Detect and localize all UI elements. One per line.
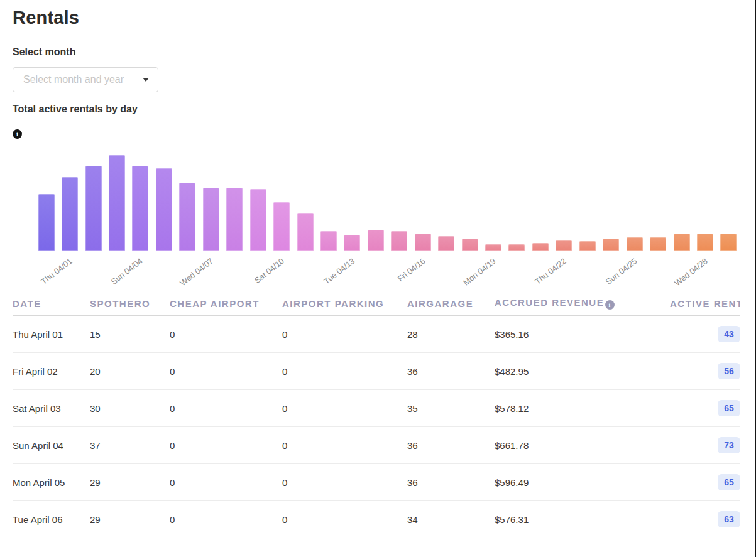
cell-date: Sat April 03 (13, 403, 90, 414)
x-axis-slot: Mon 04/19 (458, 251, 481, 289)
cell-accrued_revenue: $661.78 (495, 440, 670, 451)
chart-bar[interactable] (62, 177, 78, 251)
chart-bar-slot (364, 155, 387, 251)
chart-bar-slot (199, 155, 222, 251)
table-row: Mon April 05290036$596.4965 (13, 464, 740, 501)
info-icon[interactable]: i (13, 129, 22, 139)
chart-bar[interactable] (720, 234, 737, 251)
cell-airport_parking: 0 (282, 514, 407, 525)
column-header-label: AIRGARAGE (407, 298, 473, 309)
rentals-table: DATESPOTHEROCHEAP AIRPORTAIRPORT PARKING… (13, 291, 740, 538)
chart-bar[interactable] (203, 188, 219, 251)
column-header-accrued_revenue: ACCRUED REVENUEi (495, 297, 670, 310)
x-axis-slot (82, 251, 105, 289)
chart-bar[interactable] (603, 239, 619, 251)
cell-airgarage: 28 (407, 329, 495, 340)
chart-bar[interactable] (556, 240, 572, 251)
chart-bar[interactable] (462, 239, 478, 251)
chart-bar[interactable] (579, 241, 596, 251)
x-axis-slot (129, 251, 152, 289)
month-select[interactable]: Select month and year (13, 67, 158, 92)
chart-bar-slot (411, 155, 434, 251)
chart-bar[interactable] (485, 244, 501, 251)
cell-airgarage: 36 (407, 366, 495, 377)
chart-bar-slot (576, 155, 599, 251)
x-axis-slot (223, 251, 246, 289)
chart-bar[interactable] (38, 194, 55, 251)
chart-bar-slot (623, 155, 646, 251)
x-axis-slot: Fri 04/16 (388, 251, 411, 289)
chart-bar[interactable] (627, 237, 643, 251)
chart-bar[interactable] (697, 234, 713, 251)
table-row: Sun April 04370036$661.7873 (13, 427, 740, 464)
cell-date: Tue April 06 (13, 514, 90, 525)
chart-bar[interactable] (650, 237, 666, 251)
x-axis-slot (693, 251, 716, 289)
cell-airgarage: 36 (407, 477, 495, 488)
cell-active_rentals: 65 (670, 400, 740, 416)
cell-accrued_revenue: $576.31 (495, 514, 670, 525)
chart-bar[interactable] (250, 189, 266, 251)
cell-active_rentals: 63 (670, 511, 740, 527)
chart-title: Total active rentals by day (13, 104, 740, 115)
chart-bar[interactable] (109, 155, 125, 251)
x-axis-slot (364, 251, 387, 289)
column-header-label: SPOTHERO (90, 298, 150, 309)
active-rentals-badge[interactable]: 56 (718, 363, 740, 379)
chart-bar[interactable] (438, 236, 454, 251)
chart-bar[interactable] (368, 230, 384, 251)
chart-bar[interactable] (132, 166, 148, 251)
cell-airport_parking: 0 (282, 403, 407, 414)
chart-bar-slot (552, 155, 576, 251)
chart-bar-slot (176, 155, 199, 251)
cell-airport_parking: 0 (282, 477, 407, 488)
chart-bar[interactable] (297, 213, 314, 251)
cell-active_rentals: 65 (670, 474, 740, 490)
chart-bar[interactable] (273, 202, 290, 251)
chart-bar[interactable] (156, 168, 172, 251)
table-row: Sat April 03300035$578.1265 (13, 390, 740, 427)
chart-bar[interactable] (532, 243, 549, 251)
chart-bar[interactable] (391, 231, 407, 251)
chart-bar-slot (129, 155, 152, 251)
table-header-row: DATESPOTHEROCHEAP AIRPORTAIRPORT PARKING… (13, 291, 740, 316)
cell-spothero: 29 (90, 514, 170, 525)
chart-bar-slot (529, 155, 552, 251)
active-rentals-badge[interactable]: 73 (718, 437, 740, 453)
column-header-date: DATE (13, 298, 90, 309)
chart-x-axis: Thu 04/01Sun 04/04Wed 04/07Sat 04/10Tue … (35, 251, 740, 289)
chart-bar-slot (152, 155, 175, 251)
active-rentals-badge[interactable]: 63 (718, 511, 740, 527)
chart-bar[interactable] (344, 235, 360, 251)
x-axis-slot (623, 251, 646, 289)
active-rentals-badge[interactable]: 65 (718, 474, 740, 490)
cell-airport_parking: 0 (282, 329, 407, 340)
chart-bar[interactable] (320, 231, 337, 251)
select-month-label: Select month (13, 46, 740, 58)
active-rentals-badge[interactable]: 65 (718, 400, 740, 416)
chart-bar[interactable] (508, 244, 525, 251)
chart-bar[interactable] (85, 166, 102, 251)
info-icon[interactable]: i (605, 300, 615, 310)
cell-cheap_airport: 0 (170, 403, 282, 414)
cell-active_rentals: 43 (670, 326, 740, 342)
cell-accrued_revenue: $596.49 (495, 477, 670, 488)
table-row: Thu April 01150028$365.1643 (13, 316, 740, 353)
x-axis-slot (717, 251, 740, 289)
chart-bar[interactable] (415, 234, 431, 251)
x-axis-slot (552, 251, 576, 289)
cell-date: Sun April 04 (13, 440, 90, 451)
column-header-cheap_airport: CHEAP AIRPORT (170, 298, 282, 309)
chart-bar[interactable] (674, 234, 690, 251)
cell-date: Fri April 02 (13, 366, 90, 377)
chart-bar[interactable] (179, 183, 195, 251)
x-axis-slot (646, 251, 669, 289)
x-axis-slot (199, 251, 222, 289)
cell-spothero: 20 (90, 366, 170, 377)
chart-bar-slot (388, 155, 411, 251)
chart-bar-slot (505, 155, 529, 251)
chart-bar[interactable] (226, 188, 243, 251)
cell-cheap_airport: 0 (170, 477, 282, 488)
active-rentals-badge[interactable]: 43 (718, 326, 740, 342)
active-rentals-chart: Thu 04/01Sun 04/04Wed 04/07Sat 04/10Tue … (13, 155, 740, 289)
